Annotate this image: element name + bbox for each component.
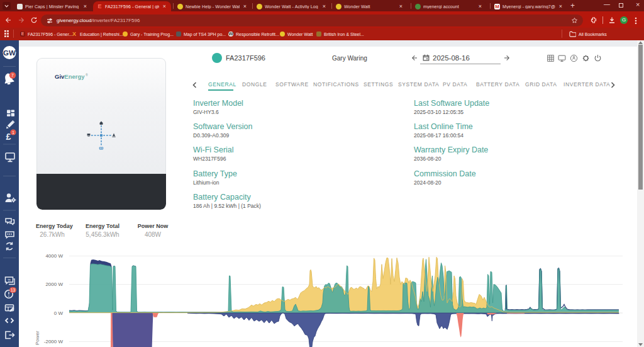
svg-text:4000 W: 4000 W bbox=[45, 253, 63, 259]
svg-text:2000 W: 2000 W bbox=[45, 282, 63, 287]
svg-text:GW: GW bbox=[3, 49, 16, 57]
svg-text:-2000 W: -2000 W bbox=[44, 339, 64, 344]
svg-text:7: 7 bbox=[11, 73, 14, 77]
svg-text:0 W: 0 W bbox=[54, 310, 64, 316]
svg-text:£: £ bbox=[6, 132, 11, 142]
svg-text:Power: Power bbox=[35, 331, 40, 345]
svg-text:1: 1 bbox=[12, 130, 14, 135]
